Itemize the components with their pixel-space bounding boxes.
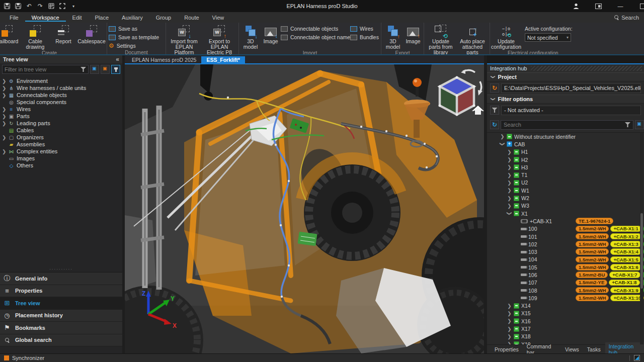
hub-tree-item-x19[interactable]: ❯X19 xyxy=(487,340,644,344)
chevron-right-icon[interactable]: ❯ xyxy=(2,135,6,140)
hub-tree-item-109[interactable]: 1091.5mm2-WH+CAB-X1:10+IB-X2:10 xyxy=(487,294,644,302)
hub-tree-item-107[interactable]: 1071.5mm2-YE+CAB-X1:8+IB-X2:8 xyxy=(487,279,644,287)
settings-button[interactable]: ⚙ Settings xyxy=(109,42,164,49)
hub-tree-item-106[interactable]: 1061.5mm2-BU+CAB-X1:7+IB-X2:7 xyxy=(487,271,644,279)
hub-tree-item-105[interactable]: 1051.5mm2-WH+CAB-X1:6+IB-X2:6 xyxy=(487,263,644,271)
hub-tree-item-h1[interactable]: ❯H1 xyxy=(487,148,644,156)
active-configuration-select[interactable]: Not specified ▾ xyxy=(525,33,571,42)
filter-button[interactable] xyxy=(490,106,499,115)
chevron-right-icon[interactable]: ❯ xyxy=(507,311,512,316)
chevron-right-icon[interactable]: ❯ xyxy=(2,121,6,126)
badge-cab-x1-5[interactable]: +CAB-X1:5 xyxy=(610,256,641,263)
chevron-right-icon[interactable]: ❯ xyxy=(2,78,6,84)
pin-panel-button[interactable] xyxy=(111,65,120,74)
badge-1-5mm2-wh[interactable]: 1.5mm2-WH xyxy=(576,287,609,294)
chevron-right-icon[interactable]: ❯ xyxy=(2,93,6,98)
hub-tree-item-100[interactable]: 1001.5mm2-WH+CAB-X1:1+IB-X2:1 xyxy=(487,225,644,233)
panel-button-bookmarks[interactable]: ⚑Bookmarks xyxy=(0,322,122,334)
menu-place[interactable]: Place xyxy=(89,13,116,22)
hub-search-input[interactable]: Search xyxy=(501,120,633,130)
badge-1-5mm2-ye[interactable]: 1.5mm2-YE xyxy=(576,280,607,286)
chevron-right-icon[interactable]: ❯ xyxy=(507,326,512,332)
save-as-button[interactable]: Save as xyxy=(109,25,164,32)
wires-button[interactable]: Wires xyxy=(350,25,379,32)
hub-tree-item-t1[interactable]: ❯T1 xyxy=(487,171,644,178)
hub-tree-item-cab-x1[interactable]: +CAB-X1TE.1-967624-1 xyxy=(487,217,644,225)
panel-button-general-info[interactable]: ⓘGeneral info xyxy=(0,273,122,285)
chevron-right-icon[interactable]: ❯ xyxy=(507,318,512,324)
badge-cab-x1-1[interactable]: +CAB-X1:1 xyxy=(610,226,641,232)
project-sync-button[interactable]: ↻ xyxy=(490,83,499,93)
chevron-right-icon[interactable]: ❯ xyxy=(2,107,6,112)
chevron-right-icon[interactable]: ❯ xyxy=(500,134,505,139)
minimize-button[interactable]: — xyxy=(616,2,625,11)
scrollbar-thumb[interactable] xyxy=(640,213,643,289)
hub-tree-item-108[interactable]: 1081.5mm2-WH+CAB-X1:9+IB-X2:9 xyxy=(487,287,644,294)
cablespace-button[interactable]: Cablespace xyxy=(78,24,105,44)
tree-item-assemblies[interactable]: ▰Assemblies xyxy=(0,141,122,148)
report-button[interactable]: Report xyxy=(50,24,77,44)
chevron-expanded-icon[interactable]: ❯ xyxy=(507,211,512,216)
doc-tab-eplan-harness-prod-2025[interactable]: EPLAN Harness proD 2025 xyxy=(127,56,201,63)
chevron-right-icon[interactable]: ❯ xyxy=(507,334,512,339)
cable-drawing-button[interactable]: Cable drawing xyxy=(22,24,49,50)
badge-1-5mm2-wh[interactable]: 1.5mm2-WH xyxy=(576,233,609,240)
tree-item-parts[interactable]: ❯▣Parts xyxy=(0,113,122,120)
badge-1-5mm2-bu[interactable]: 1.5mm2-BU xyxy=(576,272,608,278)
selection-grid-icon[interactable] xyxy=(47,2,55,10)
hub-tree-item-u2[interactable]: ❯U2 xyxy=(487,179,644,187)
expand-all-button[interactable] xyxy=(90,65,99,74)
tree-item-wires[interactable]: ❯≡Wires xyxy=(0,106,122,113)
chevron-right-icon[interactable]: ❯ xyxy=(2,149,6,154)
tree-item-special-components[interactable]: ◎Special components xyxy=(0,99,122,106)
tree-item-others[interactable]: ◇Others xyxy=(0,162,122,169)
chevron-right-icon[interactable]: ❯ xyxy=(507,172,512,178)
scrollbar-track[interactable] xyxy=(640,133,643,344)
collapse-panel-icon[interactable]: « xyxy=(116,56,119,63)
hub-tree-item-cab[interactable]: ❯+CAB xyxy=(487,140,644,148)
hub-tree-item-x14[interactable]: ❯X14 xyxy=(487,302,644,310)
menu-view[interactable]: View xyxy=(206,13,231,22)
expand-tree-button[interactable] xyxy=(635,120,644,129)
qat-dropdown-icon[interactable]: ▾ xyxy=(69,2,77,10)
badge-1-5mm2-wh[interactable]: 1.5mm2-WH xyxy=(576,226,609,232)
tree-item-organizers[interactable]: ❯▢Organizers xyxy=(0,134,122,141)
connectable-object-names-button[interactable]: Connectable object names xyxy=(281,34,349,41)
chevron-right-icon[interactable]: ❯ xyxy=(507,149,512,155)
badge-cab-x1-4[interactable]: +CAB-X1:4 xyxy=(610,248,641,255)
hub-tree-item-104[interactable]: 1041.5mm2-WH+CAB-X1:5+IB-X2:5 xyxy=(487,256,644,263)
import-image-button[interactable]: ↓ Image xyxy=(262,24,280,44)
search-sync-button[interactable]: ↻ xyxy=(490,120,499,129)
hub-tree-item-102[interactable]: 1021.5mm2-WH+CAB-X1:3+IB-X2:3 xyxy=(487,240,644,248)
panel-button-global-search[interactable]: Global search xyxy=(0,334,122,347)
hub-tree-item-x16[interactable]: ❯X16 xyxy=(487,317,644,325)
bundles-button[interactable]: Bundles xyxy=(350,34,379,41)
maximize-button[interactable] xyxy=(638,2,644,11)
chevron-right-icon[interactable]: ❯ xyxy=(507,341,512,344)
export-to-eplan-button[interactable]: W↑ Export to EPLAN Electric P8 xyxy=(202,24,237,55)
badge-cab-x1-7[interactable]: +CAB-X1:7 xyxy=(609,272,640,278)
badge-1-5mm2-wh[interactable]: 1.5mm2-WH xyxy=(576,256,609,263)
nailboard-button[interactable]: Nailboard xyxy=(0,24,21,44)
doc-tab-ess-forklift[interactable]: ESS_Forklift* xyxy=(201,56,245,63)
hub-tree-item-h3[interactable]: ❯H3 xyxy=(487,163,644,171)
import-from-eplan-button[interactable]: W↓ Import from EPLAN Platform xyxy=(168,24,201,55)
tree-item-wire-harnesses-cable-units[interactable]: ❯⋔Wire harnesses / cable units xyxy=(0,84,122,92)
redo-icon[interactable]: ↷ xyxy=(36,2,44,10)
hub-tree-item-x15[interactable]: ❯X15 xyxy=(487,310,644,317)
panel-tab-tasks[interactable]: Tasks xyxy=(584,345,604,353)
chevron-right-icon[interactable]: ❯ xyxy=(507,164,512,170)
badge-cab-x1-10[interactable]: +CAB-X1:10 xyxy=(610,295,644,301)
user-account-icon[interactable] xyxy=(572,2,581,11)
chevron-right-icon[interactable]: ❯ xyxy=(507,203,512,209)
chevron-right-icon[interactable]: ❯ xyxy=(507,157,512,162)
save-as-template-button[interactable]: Save as template xyxy=(109,34,164,41)
menu-edit[interactable]: Edit xyxy=(66,13,89,22)
hub-tree-item-x17[interactable]: ❯X17 xyxy=(487,325,644,332)
performance-chart-icon[interactable] xyxy=(634,355,640,361)
hub-tree-item-w1[interactable]: ❯W1 xyxy=(487,187,644,194)
badge-cab-x1-9[interactable]: +CAB-X1:9 xyxy=(610,287,641,294)
chevron-right-icon[interactable]: ❯ xyxy=(507,196,512,201)
export-image-button[interactable]: ↑ Image xyxy=(404,24,422,44)
badge-1-5mm2-wh[interactable]: 1.5mm2-WH xyxy=(576,295,609,301)
